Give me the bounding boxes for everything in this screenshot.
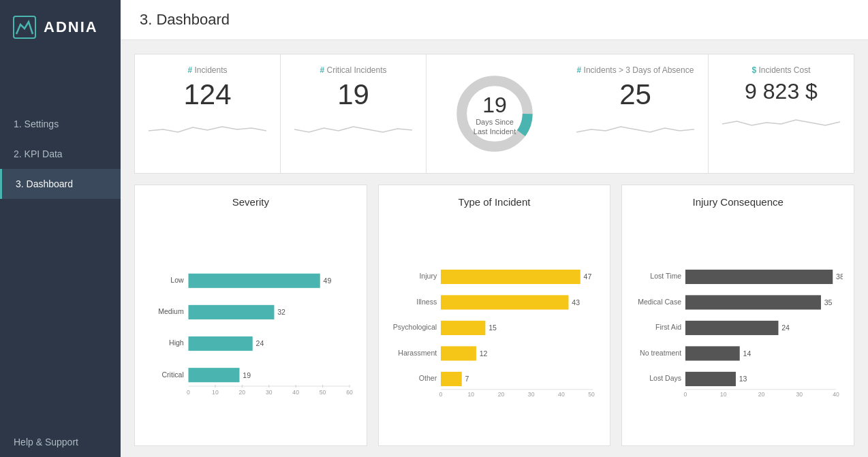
- chart-card-severity: Severity Low 49 Medium 32 High: [134, 185, 367, 446]
- main-content: 3. Dashboard # Incidents 124 # Critical …: [121, 0, 868, 457]
- kpi-label-incidents: # Incidents: [187, 65, 227, 75]
- svg-text:Medium: Medium: [158, 307, 184, 315]
- sidebar-item-help-support[interactable]: Help & Support: [0, 427, 121, 457]
- kpi-card-incidents: # Incidents 124: [135, 54, 281, 173]
- svg-rect-39: [441, 346, 476, 360]
- svg-text:Medical Case: Medical Case: [638, 298, 681, 306]
- svg-text:15: 15: [489, 324, 497, 332]
- sidebar-logo: ADNIA: [0, 0, 121, 54]
- svg-text:30: 30: [266, 389, 273, 396]
- sidebar-item-settings[interactable]: 1. Settings: [0, 109, 121, 139]
- svg-text:43: 43: [572, 298, 580, 306]
- donut-sub2: Last Incident: [474, 127, 516, 136]
- svg-rect-33: [441, 295, 568, 309]
- svg-rect-58: [685, 321, 779, 335]
- svg-text:38: 38: [836, 272, 843, 281]
- svg-rect-13: [188, 368, 239, 382]
- svg-text:24: 24: [782, 324, 790, 332]
- svg-rect-7: [188, 305, 274, 319]
- svg-text:No treatment: No treatment: [640, 349, 681, 357]
- sidebar-item-dashboard[interactable]: 3. Dashboard: [0, 169, 121, 199]
- svg-text:10: 10: [720, 391, 727, 398]
- sidebar-nav: 1. Settings 2. KPI Data 3. Dashboard Hel…: [0, 54, 121, 457]
- chart-area-type: Injury 47 Illness 43 Psychological 15 Ha…: [390, 216, 600, 439]
- svg-rect-10: [188, 336, 252, 351]
- svg-text:Low: Low: [170, 276, 184, 284]
- kpi-value-critical: 19: [337, 80, 369, 109]
- donut-center-text: 19 Days Since Last Incident: [474, 92, 516, 136]
- svg-rect-4: [188, 274, 320, 288]
- svg-text:Injury: Injury: [419, 272, 437, 280]
- page-title: 3. Dashboard: [140, 11, 230, 28]
- svg-text:20: 20: [239, 389, 246, 396]
- svg-text:30: 30: [528, 391, 535, 398]
- chart-area-severity: Low 49 Medium 32 High 24 Critical: [146, 216, 356, 439]
- kpi-label-cost: $ Incidents Cost: [751, 65, 810, 75]
- svg-text:47: 47: [583, 272, 591, 281]
- svg-rect-55: [685, 295, 821, 309]
- svg-text:7: 7: [465, 375, 469, 383]
- svg-text:32: 32: [277, 308, 285, 316]
- kpi-label-critical: # Critical Incidents: [320, 65, 386, 75]
- svg-text:Critical: Critical: [161, 371, 183, 379]
- svg-text:Illness: Illness: [416, 298, 437, 306]
- svg-text:50: 50: [588, 391, 595, 398]
- svg-text:50: 50: [320, 389, 326, 396]
- svg-text:49: 49: [324, 277, 332, 285]
- kpi-card-days-since: 19 Days Since Last Incident: [427, 54, 563, 173]
- svg-text:0: 0: [187, 389, 190, 396]
- svg-text:10: 10: [212, 389, 219, 396]
- chart-card-injury: Injury Consequence Lost Time 38 Medical …: [621, 185, 854, 446]
- kpi-card-absence: # Incidents > 3 Days of Absence 25: [563, 54, 709, 173]
- svg-text:10: 10: [467, 391, 474, 398]
- svg-text:High: High: [169, 338, 184, 347]
- sidebar-item-kpi-data[interactable]: 2. KPI Data: [0, 139, 121, 169]
- sparkline-cost: [722, 110, 840, 134]
- bar-chart-injury: Lost Time 38 Medical Case 35 First Aid 2…: [633, 216, 843, 439]
- kpi-value-absence: 25: [619, 80, 651, 109]
- bar-chart-severity: Low 49 Medium 32 High 24 Critical: [146, 216, 356, 439]
- svg-rect-36: [441, 321, 485, 335]
- page-header: 3. Dashboard: [121, 0, 868, 40]
- svg-text:Psychological: Psychological: [392, 323, 437, 331]
- svg-text:35: 35: [824, 298, 833, 306]
- kpi-value-incidents: 124: [183, 80, 231, 109]
- svg-rect-64: [685, 372, 736, 386]
- svg-rect-42: [441, 372, 462, 386]
- svg-text:30: 30: [796, 391, 803, 398]
- svg-text:14: 14: [743, 349, 751, 358]
- sparkline-absence: [576, 117, 694, 141]
- svg-text:20: 20: [497, 391, 504, 398]
- chart-card-type: Type of Incident Injury 47 Illness 43 Ps…: [378, 185, 611, 446]
- chart-title-injury: Injury Consequence: [633, 196, 843, 208]
- svg-text:40: 40: [292, 389, 299, 396]
- svg-text:60: 60: [346, 389, 353, 396]
- kpi-row: # Incidents 124 # Critical Incidents 19: [134, 54, 854, 174]
- kpi-card-cost: $ Incidents Cost 9 823 $: [709, 54, 854, 173]
- svg-text:Lost Days: Lost Days: [650, 374, 682, 382]
- svg-text:40: 40: [833, 391, 840, 398]
- svg-text:0: 0: [439, 391, 442, 398]
- kpi-label-absence: # Incidents > 3 Days of Absence: [577, 65, 694, 75]
- svg-text:24: 24: [256, 339, 264, 347]
- donut-sub1: Days Since: [474, 118, 516, 127]
- chart-title-type: Type of Incident: [390, 196, 600, 208]
- sparkline-incidents: [149, 117, 266, 141]
- svg-text:0: 0: [684, 391, 687, 398]
- logo-text: ADNIA: [44, 18, 98, 36]
- chart-area-injury: Lost Time 38 Medical Case 35 First Aid 2…: [633, 216, 843, 439]
- svg-text:Other: Other: [418, 374, 437, 382]
- svg-text:20: 20: [758, 391, 765, 398]
- donut-value: 19: [474, 92, 516, 118]
- kpi-value-cost: 9 823 $: [745, 80, 818, 102]
- svg-rect-52: [685, 270, 833, 284]
- svg-text:12: 12: [479, 349, 487, 358]
- svg-text:40: 40: [558, 391, 565, 398]
- chart-title-severity: Severity: [146, 196, 356, 208]
- kpi-card-critical: # Critical Incidents 19: [281, 54, 427, 173]
- charts-row: Severity Low 49 Medium 32 High: [134, 185, 854, 446]
- sidebar: ADNIA 1. Settings 2. KPI Data 3. Dashboa…: [0, 0, 121, 457]
- svg-rect-30: [441, 270, 580, 284]
- adnia-logo-icon: [12, 15, 37, 40]
- dashboard-content: # Incidents 124 # Critical Incidents 19: [121, 40, 868, 457]
